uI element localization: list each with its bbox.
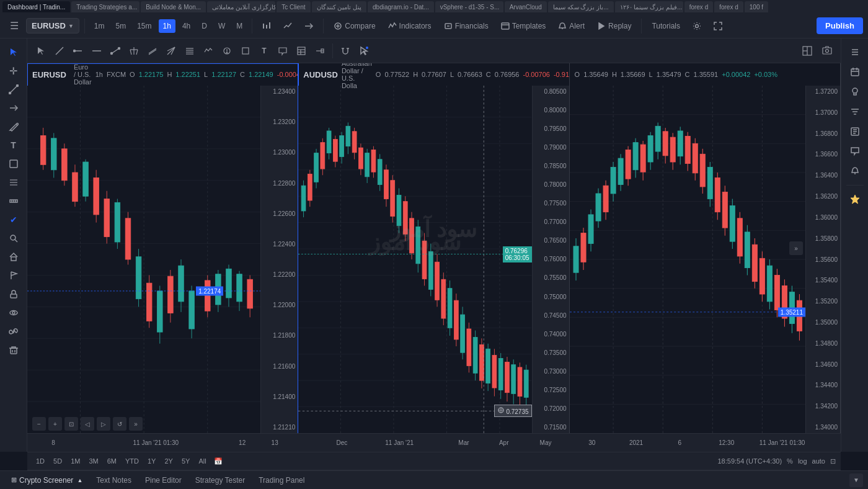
visibility-btn[interactable]: [4, 304, 24, 321]
chart-panel-3[interactable]: O1.35649 H1.35669 L1.35479 C1.35591 +0.0…: [570, 63, 841, 433]
timeframe-1h[interactable]: 1h: [159, 19, 175, 33]
symbol-selector[interactable]: EURUSD ▼: [26, 18, 79, 34]
tab-strategy-tester[interactable]: Strategy Tester: [189, 473, 251, 487]
icons-btn[interactable]: [218, 42, 236, 60]
browser-tab-1[interactable]: Trading Strategies a...: [71, 1, 140, 12]
flag-btn[interactable]: [4, 267, 24, 284]
log-btn[interactable]: log: [798, 457, 807, 465]
shapes-tool-btn[interactable]: [4, 155, 24, 173]
chart-type-btn[interactable]: [257, 19, 276, 34]
magnet-btn[interactable]: [337, 42, 354, 60]
home-btn[interactable]: [4, 248, 24, 266]
ideas-btn[interactable]: [845, 83, 865, 101]
more-btn[interactable]: »: [129, 417, 143, 431]
text-tool-btn[interactable]: T: [4, 137, 24, 154]
ray-btn[interactable]: [69, 42, 87, 60]
replay-ctrl-btn[interactable]: ↺: [113, 417, 126, 431]
publish-button[interactable]: Publish: [817, 17, 863, 34]
timeframe-4h[interactable]: 4h: [178, 19, 195, 33]
alert-btn[interactable]: Alert: [553, 19, 590, 34]
timeframe-5m[interactable]: 5m: [112, 19, 131, 33]
fullscreen-btn[interactable]: [709, 19, 727, 34]
settings-btn[interactable]: [688, 19, 706, 34]
auto-btn[interactable]: auto: [812, 457, 825, 465]
financials-btn[interactable]: Financials: [439, 19, 494, 34]
balloon-btn[interactable]: [274, 42, 291, 60]
crypto-screener-chevron[interactable]: ▲: [77, 477, 82, 483]
tab-pine-editor[interactable]: Pine Editor: [139, 473, 188, 487]
period-1y[interactable]: 1Y: [144, 455, 159, 467]
watchlist-btn[interactable]: [845, 43, 865, 61]
trendline-btn[interactable]: [107, 42, 124, 60]
timeframe-d[interactable]: D: [197, 19, 211, 33]
chart-panel-2[interactable]: AUDUSD Australian Dollar / U.S. Dolla O0…: [298, 63, 569, 433]
cursor-secondary-btn[interactable]: [32, 42, 50, 60]
text-secondary-btn[interactable]: T: [255, 42, 273, 60]
templates-btn[interactable]: Templates: [496, 19, 551, 34]
stay-in-drawing-btn[interactable]: [355, 42, 373, 60]
browser-tab-6[interactable]: dbdiagram.io - Dat...: [368, 1, 434, 12]
line-tool-btn[interactable]: [4, 81, 24, 98]
browser-tab-7[interactable]: vSphere - d1-35 - S...: [435, 1, 503, 12]
tab-trading-panel[interactable]: Trading Panel: [252, 473, 311, 487]
layout-btn[interactable]: [799, 42, 816, 60]
browser-tab-2[interactable]: Build Node & Mon...: [141, 1, 206, 12]
shapes-secondary-btn[interactable]: [237, 42, 254, 60]
line-secondary-btn[interactable]: [51, 42, 68, 60]
link-btn[interactable]: [4, 323, 24, 340]
indicators-btn[interactable]: Indicators: [383, 19, 436, 34]
line-chart-btn[interactable]: [278, 19, 297, 34]
tutorials-btn[interactable]: Tutorials: [647, 19, 685, 34]
fit-btn[interactable]: ⊡: [64, 417, 78, 431]
browser-tab-8[interactable]: ArvanCloud: [505, 1, 547, 12]
browser-tab-0[interactable]: Dashboard | Tradin...: [2, 1, 70, 12]
zoom-in-btn[interactable]: +: [48, 417, 62, 431]
calendar-sidebar-btn[interactable]: [845, 63, 865, 81]
chart3-canvas[interactable]: 1.35211: [570, 86, 805, 433]
expand-btn[interactable]: »: [789, 241, 803, 255]
screenshot-btn[interactable]: [818, 42, 836, 60]
screener-sidebar-btn[interactable]: [845, 103, 865, 120]
chart-panel-1[interactable]: EURUSD Euro / U.S. Dollar 1h FXCM O1.221…: [27, 63, 298, 433]
pitchfork-btn[interactable]: [125, 42, 143, 60]
browser-tab-10[interactable]: ۱۲۶۰ فیلم بزرگ سینما...: [615, 1, 683, 12]
chart1-canvas[interactable]: 1.22174: [27, 86, 260, 433]
timeframe-w[interactable]: W: [214, 19, 229, 33]
star-btn[interactable]: [845, 191, 865, 208]
period-1m[interactable]: 1M: [67, 455, 84, 467]
patterns-btn[interactable]: [200, 42, 217, 60]
arrow-chart-btn[interactable]: [299, 19, 318, 34]
tab-crypto-screener[interactable]: ⊞ Crypto Screener ▲: [5, 473, 89, 487]
price-note-btn[interactable]: [311, 42, 329, 60]
replay-btn[interactable]: Replay: [592, 19, 636, 34]
arrow-tool-btn[interactable]: [4, 99, 24, 117]
checkmark-tool-btn[interactable]: ✔: [4, 211, 24, 228]
fib-tool-btn[interactable]: [4, 174, 24, 191]
lock-btn[interactable]: [4, 285, 24, 303]
period-1d[interactable]: 1D: [32, 455, 48, 467]
table-btn[interactable]: [293, 42, 310, 60]
chart2-canvas[interactable]: 0.76296 06:30:05 0.72735 سود آموز: [298, 86, 531, 433]
browser-tab-3[interactable]: کارگزاری آنلاین معاملاتی: [207, 1, 275, 12]
channel-btn[interactable]: [144, 42, 161, 60]
notifications-btn[interactable]: [845, 163, 865, 180]
period-6m[interactable]: 6M: [104, 455, 120, 467]
search-zoom-btn[interactable]: [4, 230, 24, 247]
browser-tab-11[interactable]: forex d: [684, 1, 714, 12]
timeframe-15m[interactable]: 15m: [133, 19, 156, 33]
browser-tab-12[interactable]: forex d: [714, 1, 743, 12]
browser-tab-5[interactable]: پنل تامین کنندگان: [312, 1, 367, 12]
pencil-tool-btn[interactable]: [4, 118, 24, 135]
period-ytd[interactable]: YTD: [122, 455, 143, 467]
prev-btn[interactable]: ◁: [81, 417, 94, 431]
calendar-icon[interactable]: 📅: [214, 457, 223, 465]
measure-tool-btn[interactable]: [4, 192, 24, 210]
next-btn[interactable]: ▷: [97, 417, 110, 431]
resize-btn[interactable]: ⊡: [830, 457, 836, 465]
gann-btn[interactable]: [162, 42, 180, 60]
period-5y[interactable]: 5Y: [178, 455, 193, 467]
period-all[interactable]: All: [195, 455, 210, 467]
browser-tab-9[interactable]: باز بزرگ سکه سیما...: [548, 1, 614, 12]
menu-button[interactable]: ☰: [5, 17, 24, 35]
period-3m[interactable]: 3M: [85, 455, 102, 467]
